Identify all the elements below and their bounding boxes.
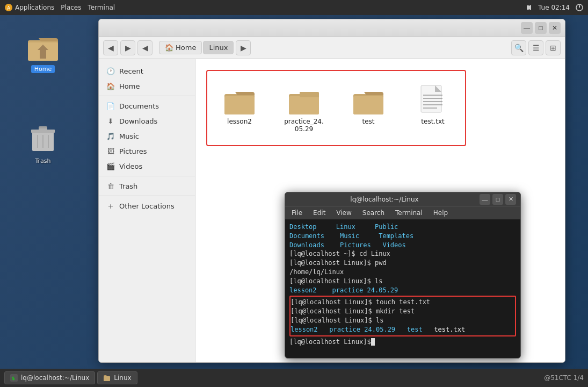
sidebar-item-home[interactable]: 🏠 Home: [99, 78, 195, 94]
taskbar-bottom-left: $ lq@localhost:~/Linux Linux: [4, 371, 137, 384]
sidebar-label-downloads: Downloads: [119, 117, 157, 125]
taskbar-bottom: $ lq@localhost:~/Linux Linux @51CTC 1/4: [0, 369, 588, 387]
fm-toolbar: ◀ ▶ ◀ 🏠 Home Linux ▶ 🔍 ☰ ⊞: [99, 37, 565, 59]
videos-icon: 🎬: [106, 162, 115, 170]
fm-close-button[interactable]: ✕: [549, 22, 561, 34]
term-menu-file[interactable]: File: [289, 208, 304, 218]
taskbar-task-terminal[interactable]: $ lq@localhost:~/Linux: [4, 371, 95, 384]
taskbar-task-terminal-label: lq@localhost:~/Linux: [21, 374, 89, 382]
taskbar-status: @51CTC 1/4: [544, 374, 584, 382]
file-item-test-txt[interactable]: test.txt: [409, 79, 457, 137]
term-menubar: File Edit View Search Terminal Help: [285, 206, 520, 219]
breadcrumb-next-button[interactable]: ▶: [236, 40, 251, 55]
breadcrumb-linux[interactable]: Linux: [203, 41, 234, 54]
breadcrumb-home[interactable]: 🏠 Home: [159, 41, 202, 54]
test-folder-icon: [351, 83, 386, 118]
folder-task-icon: [103, 374, 111, 382]
search-button[interactable]: 🔍: [511, 40, 526, 55]
applications-menu[interactable]: A Applications: [4, 3, 54, 12]
svg-marker-3: [529, 5, 531, 10]
sidebar-label-pictures: Pictures: [119, 147, 147, 155]
term-menu-help[interactable]: Help: [431, 208, 450, 218]
term-titlebar: lq@localhost:~/Linux — □ ✕: [285, 192, 520, 206]
svg-rect-9: [40, 50, 46, 59]
file-item-lesson2[interactable]: lesson2: [215, 79, 264, 137]
taskbar-top: A Applications Places Terminal Tue 02:14: [0, 0, 588, 15]
term-menu-view[interactable]: View: [334, 208, 353, 218]
svg-rect-23: [353, 96, 383, 114]
svg-rect-18: [224, 96, 255, 114]
desktop: A Applications Places Terminal Tue 02:14…: [0, 0, 588, 387]
sidebar-divider-3: [99, 196, 195, 196]
recent-icon: 🕐: [106, 67, 115, 75]
desktop-icon-home[interactable]: Home: [21, 30, 64, 73]
terminal-window: lq@localhost:~/Linux — □ ✕ File Edit Vie…: [285, 192, 521, 359]
sidebar-label-trash: Trash: [119, 182, 137, 190]
app-icon: A: [4, 3, 13, 12]
term-menu-search[interactable]: Search: [360, 208, 387, 218]
sidebar-item-videos[interactable]: 🎬 Videos: [99, 159, 195, 174]
list-view-button[interactable]: ☰: [528, 40, 543, 55]
other-locations-icon: +: [106, 202, 115, 210]
home-label: Home: [31, 65, 55, 73]
sidebar-label-other-locations: Other Locations: [119, 202, 175, 210]
sidebar-item-pictures[interactable]: 🖼 Pictures: [99, 144, 195, 159]
term-menu-edit[interactable]: Edit: [311, 208, 328, 218]
practice-label: practice_24.05.29: [284, 118, 324, 133]
grid-view-button[interactable]: ⊞: [546, 40, 561, 55]
test-txt-label: test.txt: [421, 118, 444, 125]
file-item-practice[interactable]: practice_24.05.29: [280, 79, 328, 137]
trash-label: Trash: [35, 157, 50, 164]
fm-up-button[interactable]: ◀: [137, 40, 153, 55]
desktop-icon-trash[interactable]: Trash: [21, 121, 64, 164]
fm-forward-button[interactable]: ▶: [120, 40, 135, 55]
term-line-11: [lq@localhost Linux]$ ls: [291, 316, 515, 325]
trash-sidebar-icon: 🗑: [106, 182, 115, 190]
test-txt-icon: [416, 83, 450, 118]
fm-toolbar-right: 🔍 ☰ ⊞: [511, 40, 561, 55]
fm-minimize-button[interactable]: —: [521, 22, 533, 34]
sidebar-item-downloads[interactable]: ⬇ Downloads: [99, 113, 195, 128]
sidebar-label-home: Home: [119, 82, 140, 90]
file-item-test[interactable]: test: [344, 79, 393, 137]
term-line-2: Documents Music Templates: [289, 232, 516, 241]
sidebar-item-trash[interactable]: 🗑 Trash: [99, 178, 195, 194]
home-icon: 🏠: [106, 82, 115, 90]
term-content[interactable]: Desktop Linux Public Documents Music Tem…: [285, 219, 520, 358]
term-menu-terminal[interactable]: Terminal: [393, 208, 425, 218]
term-line-12: lesson2 practice 24.05.29 test test.txt: [291, 325, 515, 334]
pictures-icon: 🖼: [106, 147, 115, 155]
sidebar-item-other-locations[interactable]: + Other Locations: [99, 198, 195, 213]
term-titlebar-btns: — □ ✕: [480, 194, 516, 205]
breadcrumb-home-icon: 🏠: [165, 44, 173, 52]
trash-icon: [26, 121, 60, 155]
svg-rect-16: [39, 128, 47, 131]
svg-rect-21: [300, 92, 319, 97]
lesson2-folder-icon: [222, 83, 257, 118]
sidebar-divider-2: [99, 176, 195, 176]
sidebar-item-documents[interactable]: 📄 Documents: [99, 98, 195, 113]
power-icon[interactable]: [575, 3, 584, 12]
term-line-8: lesson2 practice 24.05.29: [289, 286, 516, 295]
term-maximize-button[interactable]: □: [492, 194, 503, 205]
fm-maximize-button[interactable]: □: [535, 22, 547, 34]
taskbar-task-linux-label: Linux: [114, 374, 131, 382]
music-icon: 🎵: [106, 132, 115, 140]
sidebar-item-music[interactable]: 🎵 Music: [99, 128, 195, 144]
taskbar-top-right: Tue 02:14: [524, 3, 584, 12]
svg-rect-34: [104, 376, 110, 381]
sidebar-label-videos: Videos: [119, 162, 142, 170]
fm-sidebar: 🕐 Recent 🏠 Home 📄 Documents ⬇ Downloads: [99, 59, 195, 362]
term-highlight-box: [lq@localhost Linux]$ touch test.txt [lq…: [289, 296, 516, 336]
term-close-button[interactable]: ✕: [505, 194, 516, 205]
sidebar-item-recent[interactable]: 🕐 Recent: [99, 63, 195, 78]
terminal-task-icon: $: [10, 374, 18, 382]
taskbar-task-linux[interactable]: Linux: [97, 371, 137, 384]
places-menu[interactable]: Places: [61, 4, 81, 11]
term-minimize-button[interactable]: —: [480, 194, 490, 205]
fm-back-button[interactable]: ◀: [103, 40, 118, 55]
test-label: test: [362, 118, 374, 125]
term-line-9: [lq@localhost Linux]$ touch test.txt: [291, 298, 515, 307]
sidebar-divider-1: [99, 96, 195, 96]
terminal-menu[interactable]: Terminal: [88, 4, 115, 11]
